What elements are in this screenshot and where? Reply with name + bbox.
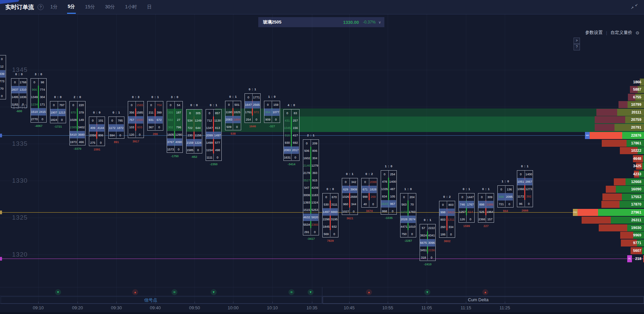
footprint-candle[interactable]: 06705303111149766602298319518459325690	[322, 193, 338, 237]
ask-cell: 0	[370, 200, 377, 208]
profile-buy-bar	[642, 247, 644, 254]
time-axis-label: 11:15	[461, 305, 471, 310]
bid-cell: 0	[478, 193, 485, 201]
footprint-candle[interactable]: 0204563701102178320283574447110107500	[400, 193, 416, 237]
profile-value: 9969	[633, 232, 641, 239]
ask-cell: 857	[214, 109, 221, 117]
footprint-candle[interactable]: 098966774134930412341711510241527700	[31, 78, 47, 123]
footprint-candle[interactable]: 0220870379102814923853402541036801973466	[69, 101, 86, 145]
candle-row: 2910	[303, 228, 318, 236]
bid-cell: 0	[50, 101, 57, 109]
imbalance-header: 0 : 1	[106, 111, 126, 114]
ask-cell: 0	[175, 146, 182, 153]
footprint-candle[interactable]: 0309898198652519642366157	[478, 193, 494, 223]
level-tag-poc: POC	[573, 209, 578, 216]
bid-cell: 0	[264, 101, 271, 108]
ask-cell: 0	[525, 200, 532, 208]
footprint-candle[interactable]: 07042113999316723670	[147, 101, 163, 131]
footprint-candle[interactable]: 017711647256517619722540	[245, 93, 261, 123]
ask-cell: 577	[214, 139, 221, 146]
candle-delta-total: -2350	[204, 163, 224, 166]
candle-row: 0254	[381, 171, 396, 178]
bid-cell: 3527	[303, 177, 310, 184]
ask-cell: 3402	[78, 124, 85, 131]
bid-cell: 0	[11, 79, 18, 86]
bid-cell: 0	[109, 117, 116, 124]
candle-row: 5341249	[186, 117, 202, 124]
bid-cell: 1647	[245, 101, 252, 108]
profile-value: 1866	[633, 79, 641, 86]
bid-cell: 1515	[303, 206, 310, 214]
profile-value: 20111	[632, 109, 641, 116]
footprint-candle[interactable]: 07971907121318240	[50, 101, 66, 123]
footprint-candle[interactable]: 0785117218725940	[108, 117, 124, 139]
profile-value: 6755	[633, 94, 641, 101]
ask-cell: 2867	[525, 178, 532, 185]
footprint-candle[interactable]: 012339773700	[0, 55, 6, 99]
bid-cell: 1510	[31, 108, 38, 116]
time-axis-label: 09:30	[111, 305, 122, 310]
bid-cell: 103	[128, 124, 135, 131]
cumdelta-panel-label[interactable]: Cum Delta	[468, 297, 488, 302]
ask-cell: 498	[214, 146, 221, 154]
bid-cell: 4632	[303, 214, 310, 221]
profile-value: 20759	[631, 116, 641, 123]
footprint-candle[interactable]: 0140010512867106612731172392960	[517, 170, 533, 207]
bid-cell: 654	[264, 108, 271, 116]
profile-value: 4648	[633, 155, 641, 162]
footprint-candle[interactable]: 020886711828999269400	[361, 178, 377, 208]
ask-cell: 12	[0, 63, 5, 70]
bid-cell: 1102	[400, 208, 408, 216]
bid-cell: 2298	[323, 216, 330, 223]
footprint-candle[interactable]: 0543551875922730279616051290376740901573…	[167, 101, 183, 153]
footprint-candle[interactable]: 0101409414420568062750	[89, 117, 105, 146]
candle-row: 5690	[323, 230, 338, 238]
footprint-candle[interactable]: 02544781400133548783410515439678680	[381, 170, 397, 215]
footprint-candle[interactable]: 050111901825208318845090	[225, 101, 241, 130]
bid-cell: 2146	[303, 162, 310, 169]
footprint-candle[interactable]: 5722223824434166753096345121563180	[420, 224, 436, 261]
footprint-candle[interactable]: 015965410779090	[264, 101, 280, 123]
candle-row: 0305	[186, 109, 202, 117]
footprint-candle[interactable]: 013656620957210	[497, 185, 514, 208]
ask-cell: 379	[78, 109, 85, 116]
imbalance-header: 3 : 0	[29, 73, 49, 76]
bid-cell: 0	[284, 109, 291, 117]
signal-panel-label[interactable]: 信号点	[144, 297, 157, 303]
footprint-candle[interactable]: 0857712113013478132099149714995771154498…	[206, 109, 222, 161]
ask-cell: 0	[447, 231, 454, 238]
footprint-candle[interactable]: 0803998342280313112603341860	[439, 201, 455, 238]
ask-cell: 1447	[467, 193, 474, 201]
ask-cell: 105	[389, 193, 396, 200]
footprint-candle[interactable]: 01447746176712576141260	[459, 193, 475, 223]
time-axis-label: 10:35	[307, 305, 318, 310]
collapse-panel-button[interactable]: >	[574, 38, 580, 44]
imbalance-header: 0 : 1	[223, 95, 243, 98]
footprint-candle[interactable]: 01565356158575715001036031200	[128, 101, 144, 138]
footprint-candle[interactable]: 034262939091026266896034410270	[342, 178, 358, 215]
h-gridline	[0, 255, 644, 255]
ask-cell: 1310	[19, 86, 26, 93]
ask-cell: 0	[214, 154, 221, 161]
candle-row: 0797	[50, 101, 65, 109]
footprint-candle[interactable]: 0305534124972264423011562159122415850	[186, 109, 202, 153]
candle-row: 1234171	[31, 101, 46, 108]
ask-cell: 1324	[311, 199, 318, 206]
profile-sell-bar	[596, 109, 618, 116]
profile-sell-bar	[619, 101, 628, 108]
ask-cell: 136	[506, 186, 513, 193]
profile-sell-bar	[595, 116, 625, 123]
bid-cell: 1335	[381, 185, 388, 193]
candle-row: 4094144	[89, 124, 104, 132]
panel-help-button[interactable]: ?	[574, 44, 580, 50]
bid-cell: 3006	[303, 191, 310, 199]
ask-cell: 304	[39, 93, 46, 101]
candle-row: 2056806	[89, 132, 104, 139]
candle-row: 5251964	[478, 208, 493, 216]
bid-cell: 1257	[459, 208, 466, 216]
candle-row: 20831884	[225, 116, 240, 123]
footprint-candle[interactable]: 0834312571045156916417930692208320171631…	[283, 109, 300, 161]
candle-row: 1257614	[459, 208, 474, 216]
footprint-candle[interactable]: 0209506806160230421461279217839335279155…	[303, 139, 319, 235]
bid-cell: 547	[303, 184, 310, 191]
